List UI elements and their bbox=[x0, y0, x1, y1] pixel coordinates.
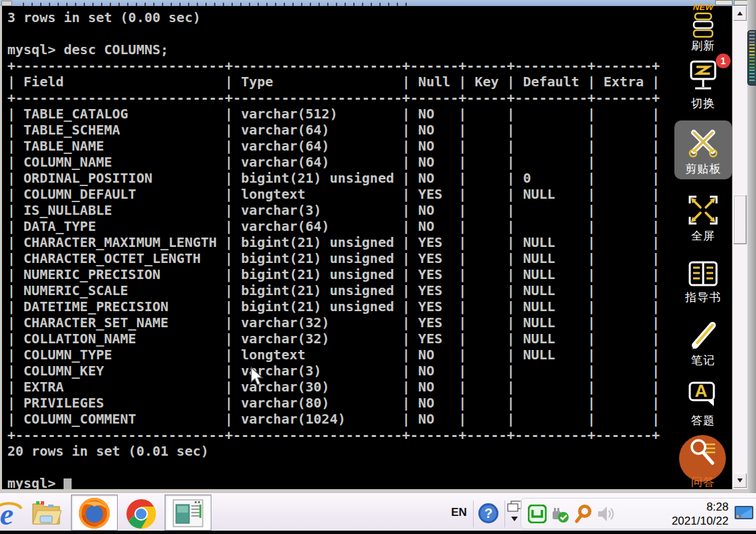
answer-icon: A bbox=[684, 376, 722, 414]
window-system-menu-icon[interactable] bbox=[1, 1, 12, 6]
terminal-output[interactable]: 3 rows in set (0.00 sec) mysql> desc COL… bbox=[2, 6, 732, 491]
svg-text:?: ? bbox=[484, 506, 492, 521]
side-panel-grip[interactable] bbox=[747, 30, 756, 86]
new-badge: NEW bbox=[674, 3, 732, 12]
w-app-tray-icon[interactable] bbox=[528, 505, 547, 526]
grip-stripes-teal bbox=[749, 70, 755, 82]
guidebook-icon bbox=[684, 257, 722, 290]
scrollbar-up-button[interactable] bbox=[733, 6, 747, 21]
arrow-down-icon bbox=[737, 478, 743, 482]
grip-stripes-green bbox=[749, 57, 755, 69]
notes-icon bbox=[684, 317, 722, 353]
sidebar-item-fullscreen[interactable]: 全屏 bbox=[674, 191, 732, 244]
sidebar-item-label: 指导书 bbox=[674, 290, 732, 305]
terminal-window-taskbar-button[interactable] bbox=[165, 495, 211, 531]
sidebar-item-refresh[interactable]: NEW 刷新 bbox=[674, 3, 732, 54]
sidebar-item-label: 笔记 bbox=[674, 353, 732, 368]
scrollbar-down-button[interactable] bbox=[733, 473, 747, 488]
internet-explorer-icon[interactable]: e bbox=[0, 498, 23, 533]
grip-stripes-gray bbox=[749, 31, 755, 43]
taskbar-separator bbox=[473, 501, 474, 527]
sidebar-item-switch[interactable]: 1 切换 bbox=[674, 58, 732, 111]
chevron-down-icon bbox=[511, 517, 518, 521]
qa-icon bbox=[684, 434, 722, 475]
desktop-monitor-tray-icon[interactable] bbox=[734, 504, 754, 525]
sidebar-item-label: 切换 bbox=[674, 96, 732, 111]
sidebar-item-label: 问答 bbox=[674, 475, 732, 490]
grip-stripes-yellow bbox=[749, 44, 755, 56]
chrome-icon[interactable] bbox=[126, 499, 157, 532]
fullscreen-icon bbox=[684, 191, 722, 229]
taskbar: e bbox=[0, 493, 756, 534]
arrow-up-icon bbox=[737, 11, 743, 15]
sidebar-item-label: 答题 bbox=[674, 414, 732, 428]
sidebar-item-label: 刷新 bbox=[674, 39, 732, 54]
clock-time: 8:28 bbox=[672, 500, 729, 514]
volume-icon[interactable] bbox=[596, 505, 615, 525]
clipboard-icon bbox=[684, 124, 722, 162]
svg-text:A: A bbox=[695, 381, 708, 401]
system-tray: 8:28 2021/10/22 bbox=[521, 498, 756, 529]
refresh-icon bbox=[686, 12, 720, 39]
clock-date: 2021/10/22 bbox=[672, 514, 729, 528]
terminal-scrollbar[interactable] bbox=[732, 6, 747, 489]
notification-badge: 1 bbox=[716, 54, 731, 68]
sidebar-item-clipboard[interactable]: 剪贴板 bbox=[674, 120, 732, 179]
search-tray-icon[interactable] bbox=[575, 505, 592, 526]
sidebar-item-notes[interactable]: 笔记 bbox=[674, 317, 732, 368]
sidebar-item-label: 全屏 bbox=[674, 229, 732, 244]
firefox-icon bbox=[78, 497, 111, 530]
lab-toolbar-sidebar: NEW 刷新 1 切换 剪贴板 bbox=[674, 0, 732, 493]
sidebar-item-qa[interactable]: 问答 bbox=[674, 434, 732, 491]
taskbar-separator bbox=[504, 501, 505, 527]
terminal-cursor bbox=[64, 478, 72, 490]
sidebar-item-label: 剪贴板 bbox=[674, 162, 732, 177]
scrollbar-thumb[interactable] bbox=[733, 195, 747, 244]
command-prompt-window[interactable]: 3 rows in set (0.00 sec) mysql> desc COL… bbox=[2, 6, 732, 489]
usb-device-tray-icon[interactable] bbox=[551, 506, 569, 526]
help-icon[interactable]: ? bbox=[478, 503, 499, 527]
sidebar-item-answer[interactable]: A 答题 bbox=[674, 376, 732, 428]
window-stack-icon bbox=[507, 501, 522, 513]
tray-clock[interactable]: 8:28 2021/10/22 bbox=[672, 500, 729, 528]
window-titlebar bbox=[0, 0, 747, 6]
terminal-window-icon bbox=[173, 499, 203, 527]
language-indicator[interactable]: EN bbox=[447, 506, 471, 519]
file-explorer-icon[interactable] bbox=[31, 499, 62, 531]
firefox-taskbar-button[interactable] bbox=[71, 495, 118, 531]
sidebar-item-guidebook[interactable]: 指导书 bbox=[674, 257, 732, 305]
